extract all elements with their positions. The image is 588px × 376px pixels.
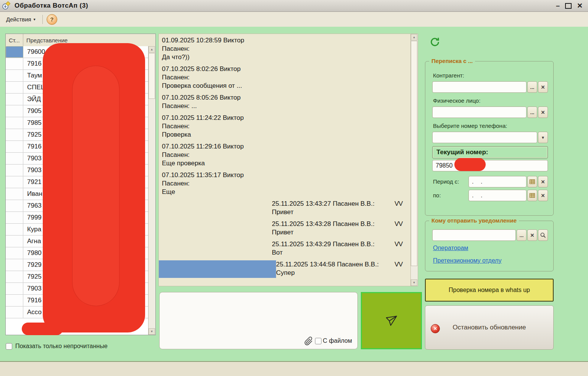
message-text: Супер — [276, 269, 402, 277]
status-cell[interactable] — [6, 94, 23, 105]
refresh-icon — [430, 37, 440, 47]
message-input[interactable]: С файлом — [159, 292, 358, 349]
message-header: 07.10.2025 11:24:22 Виктор Пасанен: — [162, 114, 258, 131]
window-title: Обработка ВотсАп (3) — [15, 2, 88, 10]
status-cell[interactable] — [6, 105, 23, 117]
message-header: 25.11.2025 13:43:29 Пасанен В.В.: — [272, 240, 375, 249]
notify-lookup-button[interactable]: ... — [517, 229, 527, 241]
help-button[interactable]: ? — [47, 14, 57, 25]
scroll-up-icon[interactable]: ▲ — [411, 34, 417, 40]
status-cell[interactable] — [6, 307, 23, 318]
column-header-status[interactable]: Ст... — [6, 34, 23, 46]
period-to-clear-button[interactable]: ✕ — [538, 190, 548, 201]
status-cell[interactable] — [6, 259, 23, 271]
message-text: Привет — [272, 208, 402, 216]
status-cell[interactable] — [6, 212, 23, 223]
with-file-checkbox[interactable] — [315, 338, 321, 344]
status-cell-selected[interactable] — [6, 46, 23, 58]
status-cell[interactable] — [6, 200, 23, 211]
status-cell[interactable] — [6, 129, 23, 140]
maximize-button[interactable] — [565, 3, 572, 9]
current-number-input[interactable]: 79850 — [432, 160, 548, 171]
status-cell[interactable] — [6, 271, 23, 282]
chat-scrollbar[interactable]: ▲ ▼ — [410, 34, 418, 286]
status-cell[interactable] — [6, 176, 23, 188]
delivery-status: VV — [394, 240, 402, 249]
incoming-message[interactable]: 01.09.2025 10:28:59 Виктор Пасанен:Да чт… — [162, 36, 258, 61]
scrollbar-thumb[interactable] — [411, 41, 417, 266]
status-cell[interactable] — [6, 295, 23, 306]
with-file-label: С файлом — [323, 337, 352, 344]
status-cell[interactable] — [6, 141, 23, 152]
contractor-lookup-button[interactable]: ... — [527, 81, 537, 93]
message-text: Да что?)) — [162, 53, 258, 61]
period-to-input[interactable]: . . — [468, 190, 527, 201]
check-number-button[interactable]: Проверка номера в whats up — [425, 279, 554, 302]
contractor-label: Контрагент: — [433, 72, 464, 79]
stop-update-button[interactable]: ✕ Остановить обновление — [425, 305, 554, 350]
refresh-button[interactable] — [430, 37, 440, 47]
notify-group-title: Кому отправить уведомление — [429, 217, 519, 224]
selection-highlight — [159, 260, 276, 278]
send-button[interactable] — [361, 292, 422, 349]
person-lookup-button[interactable]: ... — [527, 107, 537, 118]
current-number-label: Текущий номер: — [436, 148, 488, 156]
incoming-message[interactable]: 07.10.2025 11:24:22 Виктор Пасанен:Прове… — [162, 114, 258, 139]
outgoing-message[interactable]: 25.11.2025 13:44:58 Пасанен В.В.:VVСупер — [276, 260, 402, 277]
actions-menu-button[interactable]: Действия ▾ — [3, 15, 39, 24]
person-input[interactable] — [432, 107, 527, 118]
status-cell[interactable] — [6, 165, 23, 176]
incoming-message[interactable]: 07.10.2025 8:02:26 Виктор Пасанен:Провер… — [162, 65, 258, 90]
notify-link[interactable]: Операторам — [433, 245, 468, 252]
message-text: Привет — [272, 228, 402, 237]
minimize-button[interactable]: – — [556, 2, 560, 9]
redaction-overlay — [454, 158, 486, 171]
attach-row: С файлом — [304, 336, 352, 346]
incoming-message[interactable]: 07.10.2025 8:05:26 Виктор Пасанен: ... — [162, 94, 258, 110]
notify-recipient-input[interactable] — [432, 229, 516, 241]
scroll-down-icon[interactable]: ▼ — [149, 328, 155, 335]
status-cell[interactable] — [6, 236, 23, 247]
person-clear-button[interactable]: ✕ — [538, 107, 548, 118]
show-unread-checkbox[interactable] — [6, 343, 12, 350]
delivery-status: VV — [394, 260, 402, 269]
status-bar — [0, 361, 588, 376]
status-cell[interactable] — [6, 58, 23, 69]
notify-link[interactable]: Претензионному отделу — [433, 257, 501, 264]
table-scrollbar[interactable]: ▲ ▼ — [148, 46, 155, 335]
contractor-input[interactable] — [432, 81, 527, 93]
period-from-input[interactable]: . . — [468, 176, 527, 187]
chat-messages: 01.09.2025 10:28:59 Виктор Пасанен:Да чт… — [159, 34, 411, 286]
close-button[interactable]: ✕ — [577, 2, 583, 9]
status-cell[interactable] — [6, 117, 23, 129]
status-cell[interactable] — [6, 82, 23, 93]
current-number-box: Текущий номер: — [432, 146, 548, 158]
scroll-down-icon[interactable]: ▼ — [411, 279, 417, 286]
stop-icon: ✕ — [431, 324, 440, 333]
status-cell[interactable] — [6, 247, 23, 259]
calendar-icon[interactable] — [527, 190, 537, 201]
incoming-message[interactable]: 07.10.2025 11:35:17 Виктор Пасанен:Еще — [162, 171, 258, 196]
notify-clear-button[interactable]: ✕ — [527, 229, 537, 241]
paperclip-icon[interactable] — [304, 336, 313, 346]
contractor-clear-button[interactable]: ✕ — [538, 81, 548, 93]
outgoing-message[interactable]: 25.11.2025 13:43:28 Пасанен В.В.:VVПриве… — [272, 220, 402, 237]
status-cell[interactable] — [6, 153, 23, 164]
period-from-clear-button[interactable]: ✕ — [538, 176, 548, 187]
phone-dropdown-button[interactable]: ▼ — [538, 132, 548, 143]
incoming-message[interactable]: 07.10.2025 11:29:16 Виктор Пасанен:Еще п… — [162, 142, 258, 168]
status-cell[interactable] — [6, 224, 23, 235]
search-icon[interactable] — [538, 229, 548, 241]
show-unread-row: Показать только непрочитанные — [6, 343, 108, 350]
scrollbar-thumb[interactable] — [149, 53, 155, 99]
status-cell[interactable] — [6, 188, 23, 200]
message-header: 01.09.2025 10:28:59 Виктор Пасанен: — [162, 36, 258, 53]
outgoing-message[interactable]: 25.11.2025 13:43:29 Пасанен В.В.:VVВот — [272, 240, 402, 257]
status-cell[interactable] — [6, 283, 23, 294]
outgoing-message[interactable]: 25.11.2025 13:43:27 Пасанен В.В.:VVПриве… — [272, 200, 402, 216]
status-cell[interactable] — [6, 70, 23, 81]
redaction-overlay — [22, 323, 63, 335]
phone-select-input[interactable] — [432, 132, 537, 143]
scroll-up-icon[interactable]: ▲ — [149, 46, 155, 53]
calendar-icon[interactable] — [527, 176, 537, 187]
